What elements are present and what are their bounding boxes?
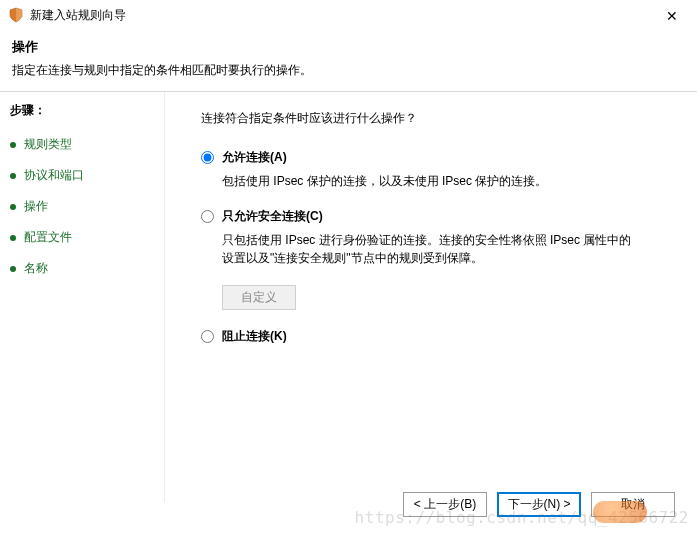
customize-button: 自定义 — [222, 285, 296, 310]
option-block[interactable]: 阻止连接(K) — [201, 328, 675, 345]
sidebar-item-action[interactable]: 操作 — [10, 191, 154, 222]
sidebar-item-label: 规则类型 — [24, 137, 72, 151]
option-label: 允许连接(A) — [222, 149, 287, 166]
radio-block[interactable] — [201, 330, 214, 343]
question-text: 连接符合指定条件时应该进行什么操作？ — [201, 110, 675, 127]
sidebar-item-rule-type[interactable]: 规则类型 — [10, 129, 154, 160]
cancel-button[interactable]: 取消 — [591, 492, 675, 517]
back-button[interactable]: < 上一步(B) — [403, 492, 487, 517]
option-allow[interactable]: 允许连接(A) — [201, 149, 675, 166]
sidebar-item-name[interactable]: 名称 — [10, 253, 154, 284]
close-button[interactable]: ✕ — [652, 2, 692, 30]
sidebar-item-label: 协议和端口 — [24, 168, 84, 182]
sidebar-item-label: 配置文件 — [24, 230, 72, 244]
sidebar-item-profile[interactable]: 配置文件 — [10, 222, 154, 253]
header: 操作 指定在连接与规则中指定的条件相匹配时要执行的操作。 — [0, 30, 697, 91]
titlebar: 新建入站规则向导 ✕ — [0, 0, 697, 30]
option-label: 只允许安全连接(C) — [222, 208, 323, 225]
radio-allow-secure[interactable] — [201, 210, 214, 223]
window-title: 新建入站规则向导 — [30, 7, 689, 24]
sidebar-item-label: 操作 — [24, 199, 48, 213]
sidebar: 步骤： 规则类型 协议和端口 操作 配置文件 名称 — [0, 92, 165, 502]
page-title: 操作 — [12, 38, 685, 56]
sidebar-item-label: 名称 — [24, 261, 48, 275]
option-allow-desc: 包括使用 IPsec 保护的连接，以及未使用 IPsec 保护的连接。 — [222, 172, 642, 190]
page-subtitle: 指定在连接与规则中指定的条件相匹配时要执行的操作。 — [12, 62, 685, 79]
content: 连接符合指定条件时应该进行什么操作？ 允许连接(A) 包括使用 IPsec 保护… — [165, 92, 697, 502]
option-label: 阻止连接(K) — [222, 328, 287, 345]
customize-row: 自定义 — [222, 285, 675, 310]
steps-heading: 步骤： — [10, 102, 154, 119]
app-icon — [8, 7, 24, 23]
option-allow-secure[interactable]: 只允许安全连接(C) — [201, 208, 675, 225]
radio-allow[interactable] — [201, 151, 214, 164]
action-option-group: 允许连接(A) 包括使用 IPsec 保护的连接，以及未使用 IPsec 保护的… — [201, 149, 675, 345]
option-allow-secure-desc: 只包括使用 IPsec 进行身份验证的连接。连接的安全性将依照 IPsec 属性… — [222, 231, 642, 267]
wizard-footer: < 上一步(B) 下一步(N) > 取消 — [403, 492, 675, 517]
next-button[interactable]: 下一步(N) > — [497, 492, 581, 517]
close-icon: ✕ — [666, 8, 678, 24]
sidebar-item-protocol-ports[interactable]: 协议和端口 — [10, 160, 154, 191]
